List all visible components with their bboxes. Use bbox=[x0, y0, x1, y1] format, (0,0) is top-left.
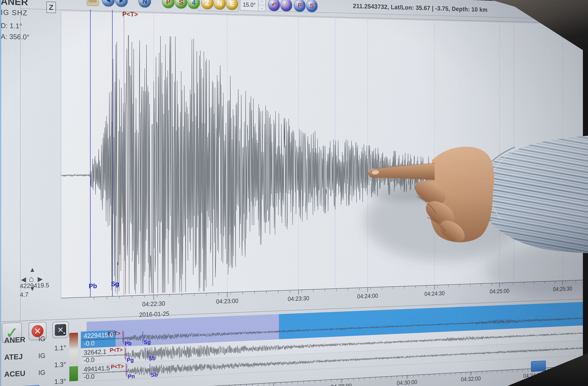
row-station-code: ANER bbox=[4, 335, 25, 345]
component-indicator-box: Z bbox=[46, 1, 56, 13]
pan-up-button[interactable]: ▲ bbox=[29, 265, 36, 274]
dark-x-icon: ✕ bbox=[55, 324, 66, 336]
svg-text:Sb: Sb bbox=[149, 355, 156, 362]
amplitude-min-label: 4.7 bbox=[20, 291, 28, 298]
time-axis-label: 04:23:00 bbox=[212, 297, 243, 305]
main-waveform-plot[interactable] bbox=[61, 8, 583, 307]
pan-down-button[interactable]: ▼ bbox=[29, 284, 36, 293]
pick-p-icon-glyph: P bbox=[166, 0, 170, 5]
svg-text:P<T>: P<T> bbox=[111, 363, 124, 370]
svg-text:Pn: Pn bbox=[128, 373, 135, 380]
nav-back-icon[interactable]: ◀ bbox=[102, 0, 115, 7]
nav-back-icon-glyph: ◀ bbox=[106, 0, 110, 3]
left-panel-divider bbox=[20, 0, 21, 321]
pick-s-icon[interactable]: S bbox=[175, 0, 187, 9]
plus-glyph: + bbox=[314, 1, 316, 6]
row-station-code: ATEJ bbox=[4, 352, 23, 362]
row-offset-value: -0.0 bbox=[84, 356, 94, 364]
seismogram-trace bbox=[61, 34, 583, 296]
theoretical-s-icon[interactable]: S+ bbox=[306, 0, 318, 12]
row-amplitude-value: 32642.1 bbox=[84, 348, 106, 356]
alert-icon-glyph: ! bbox=[285, 2, 287, 8]
station-azimuth-label: A: 356.0° bbox=[1, 32, 29, 41]
time-axis-label: 04:22:30 bbox=[138, 300, 169, 308]
discard-trace-button[interactable]: ✕ bbox=[52, 321, 69, 339]
folder-icon[interactable] bbox=[86, 0, 99, 6]
spinner-arrows-icon[interactable]: ⌃⌄ bbox=[258, 0, 266, 11]
p-window-marker-label: P<T> bbox=[122, 10, 138, 18]
pan-right-button[interactable]: ▶ bbox=[38, 275, 43, 283]
svg-text:04:30:00: 04:30:00 bbox=[397, 379, 417, 386]
row-amplitude-value: 4229415.0 bbox=[84, 331, 113, 340]
nav-forward-icon[interactable]: ▶ bbox=[115, 0, 128, 7]
align-n-icon[interactable]: N bbox=[139, 0, 151, 8]
uncertainty-4-icon-glyph: 4 bbox=[192, 0, 196, 6]
theoretical-p-icon[interactable]: P+ bbox=[294, 0, 305, 12]
theoretical-p-icon-glyph: P bbox=[297, 2, 302, 9]
next-row-selection-chip bbox=[16, 385, 40, 386]
component-e-button-glyph: E bbox=[230, 0, 234, 7]
pick-s-icon-glyph: S bbox=[179, 0, 183, 6]
row-network: IG bbox=[38, 351, 45, 360]
row-offset-value: -0.0 bbox=[84, 373, 94, 381]
svg-text:04:32:00: 04:32:00 bbox=[461, 375, 481, 383]
pan-left-button[interactable]: ◀ bbox=[21, 275, 26, 284]
component-n-button-glyph: N bbox=[217, 0, 222, 7]
time-axis-label: 04:23:30 bbox=[284, 295, 313, 303]
time-axis-label: 04:24:30 bbox=[420, 290, 449, 297]
component-z-button-glyph: Z bbox=[205, 0, 209, 6]
panel-corner-widget[interactable] bbox=[531, 361, 546, 372]
row-distance: 1.3° bbox=[44, 360, 66, 369]
svg-text:Sb: Sb bbox=[151, 371, 158, 378]
row-residual-colorbar bbox=[69, 349, 78, 365]
screen-left-edge bbox=[0, 0, 1, 386]
row-distance: 1.3° bbox=[44, 377, 66, 386]
row-station-code: ACEU bbox=[4, 369, 25, 379]
svg-text:Sg: Sg bbox=[144, 339, 151, 345]
pick-pb-label: Pb bbox=[89, 282, 97, 290]
station-channel-label: IG SHZ bbox=[1, 8, 28, 17]
row-offset-value: -0.0 bbox=[84, 339, 94, 347]
row-amplitude-value: 494141.5 bbox=[84, 364, 110, 373]
time-axis-label: 04:25:00 bbox=[486, 287, 513, 295]
plus-glyph: + bbox=[171, 0, 173, 2]
svg-text:Pb: Pb bbox=[125, 340, 132, 347]
align-n-icon-glyph: N bbox=[142, 0, 147, 5]
station-code-label: ANER bbox=[1, 0, 28, 7]
svg-text:Pg: Pg bbox=[127, 357, 134, 363]
time-axis-label: 04:25:30 bbox=[549, 285, 576, 293]
time-window-spin-value: 15.0° bbox=[240, 1, 258, 8]
pick-sg-label: Sg bbox=[111, 280, 119, 288]
row-network: IG bbox=[38, 368, 45, 377]
workstation-photo: 211.2543732, Lat/Lon: 35.67 | -3.75, Dep… bbox=[0, 0, 588, 386]
time-axis-label: 04:24:00 bbox=[353, 292, 382, 300]
nav-forward-icon-glyph: ▶ bbox=[120, 0, 123, 3]
row-distance: 1.1° bbox=[44, 344, 66, 352]
alert-icon[interactable]: ! bbox=[280, 0, 292, 12]
pick-p-icon[interactable]: P+ bbox=[162, 0, 174, 8]
row-residual-colorbar bbox=[69, 366, 78, 381]
undo-icon-glyph: ↶ bbox=[272, 1, 277, 8]
seismic-analysis-screen: 211.2543732, Lat/Lon: 35.67 | -3.75, Dep… bbox=[0, 0, 583, 386]
station-distance-label: D: 1.1° bbox=[1, 21, 22, 30]
row-network: IG bbox=[38, 335, 45, 343]
plus-glyph: + bbox=[302, 1, 304, 6]
home-button[interactable]: ⌂ bbox=[29, 274, 34, 284]
row-residual-colorbar bbox=[69, 333, 78, 348]
undo-icon[interactable]: ↶ bbox=[268, 0, 280, 11]
time-window-spin[interactable]: 15.0°⌃⌄ bbox=[240, 0, 266, 11]
svg-text:P<T>: P<T> bbox=[110, 346, 123, 353]
theoretical-s-icon-glyph: S bbox=[310, 2, 314, 9]
